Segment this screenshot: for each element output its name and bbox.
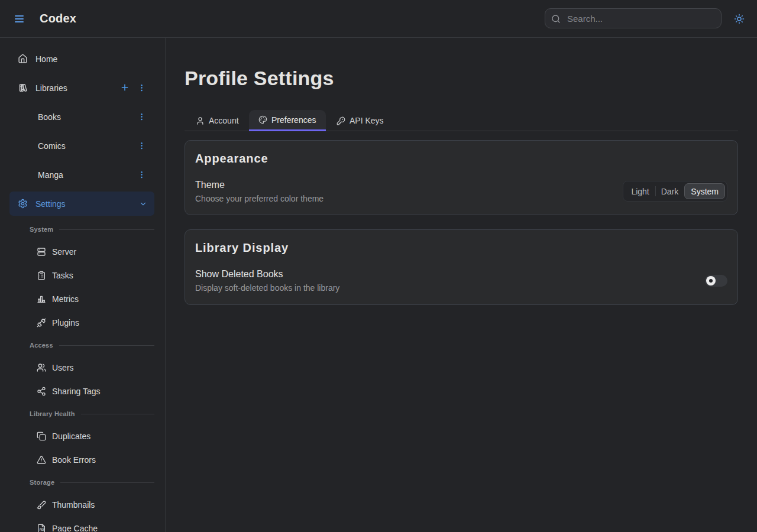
svg-text:PDF: PDF xyxy=(40,528,45,531)
